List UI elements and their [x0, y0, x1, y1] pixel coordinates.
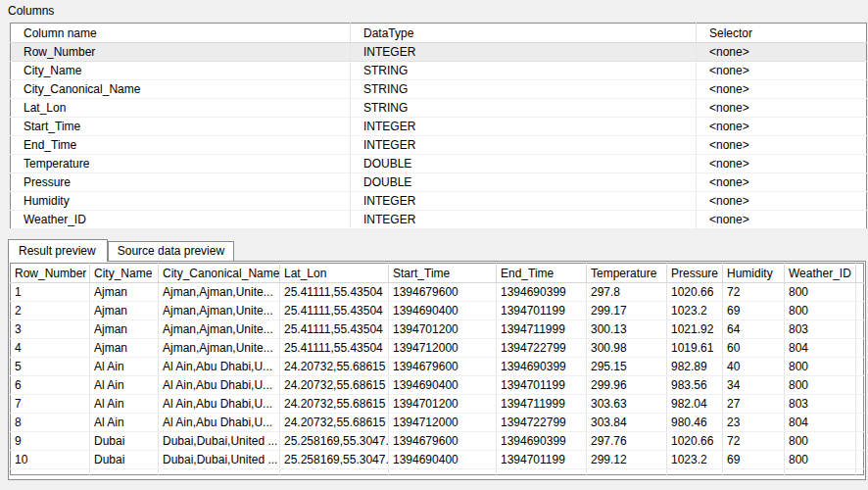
- preview-cell: 800: [785, 376, 856, 395]
- preview-cell: 299.96: [587, 376, 667, 395]
- preview-data-row[interactable]: 1AjmanAjman,Ajman,Unite...25.41111,55.43…: [11, 283, 864, 302]
- preview-col-header[interactable]: End_Time: [497, 264, 587, 283]
- preview-cell: 1394701199: [497, 302, 587, 320]
- preview-data-row[interactable]: 5Al AinAl Ain,Abu Dhabi,U...24.20732,55.…: [11, 358, 864, 376]
- preview-cell: 25.258169,55.3047...: [280, 432, 389, 451]
- preview-cell: 40: [723, 358, 785, 376]
- preview-cell: 69: [723, 302, 785, 320]
- preview-cell: 295.15: [587, 358, 667, 376]
- preview-data-row[interactable]: 8Al AinAl Ain,Abu Dhabi,U...24.20732,55.…: [11, 414, 864, 432]
- preview-data-row[interactable]: 2AjmanAjman,Ajman,Unite...25.41111,55.43…: [11, 302, 864, 320]
- preview-cell-filler: [723, 469, 785, 475]
- columns-header-name[interactable]: Column name: [11, 24, 351, 43]
- preview-cell: 1020.66: [667, 432, 723, 451]
- preview-cell: 1020.66: [667, 283, 723, 302]
- selector-cell[interactable]: <none>: [697, 80, 867, 99]
- preview-col-header[interactable]: Lat_Lon: [280, 264, 389, 283]
- selector-cell[interactable]: <none>: [697, 99, 867, 118]
- column-def-row[interactable]: End_TimeINTEGER<none>: [11, 136, 867, 155]
- preview-cell: 1394701199: [497, 451, 587, 469]
- preview-cell-filler: [90, 469, 159, 475]
- selector-cell[interactable]: <none>: [697, 173, 867, 192]
- preview-cell: 800: [785, 451, 856, 469]
- preview-cell-filler: [856, 451, 864, 469]
- preview-cell: 7: [11, 395, 90, 414]
- preview-cell: 8: [11, 414, 90, 432]
- datatype-cell: INTEGER: [351, 43, 697, 62]
- preview-data-row[interactable]: 6Al AinAl Ain,Abu Dhabi,U...24.20732,55.…: [11, 376, 864, 395]
- column-def-row[interactable]: PressureDOUBLE<none>: [11, 173, 867, 192]
- column-def-row[interactable]: Weather_IDINTEGER<none>: [11, 211, 867, 229]
- preview-cell: Ajman: [90, 283, 159, 302]
- columns-header-datatype[interactable]: DataType: [351, 24, 697, 43]
- selector-cell[interactable]: <none>: [697, 43, 867, 62]
- datatype-cell: DOUBLE: [351, 155, 697, 173]
- preview-col-header[interactable]: Pressure: [667, 264, 723, 283]
- columns-header-selector[interactable]: Selector: [697, 24, 867, 43]
- preview-cell: 25.258169,55.3047...: [280, 451, 389, 469]
- preview-data-row[interactable]: 4AjmanAjman,Ajman,Unite...25.41111,55.43…: [11, 339, 864, 358]
- preview-data-row[interactable]: 9DubaiDubai,Dubai,United ...25.258169,55…: [11, 432, 864, 451]
- column-def-row[interactable]: Lat_LonSTRING<none>: [11, 99, 867, 118]
- column-def-row[interactable]: Row_NumberINTEGER<none>: [11, 43, 867, 62]
- preview-cell: Al Ain,Abu Dhabi,U...: [159, 358, 280, 376]
- preview-col-header[interactable]: Row_Number: [11, 264, 90, 283]
- preview-cell: 982.89: [667, 358, 723, 376]
- preview-cell: 297.8: [587, 283, 667, 302]
- preview-cell-filler: [159, 469, 280, 475]
- tab-result-preview[interactable]: Result preview: [8, 239, 108, 262]
- preview-cell: 1394701200: [389, 320, 497, 339]
- tab-source-data-preview[interactable]: Source data preview: [108, 241, 234, 261]
- preview-cell-filler: [856, 302, 864, 320]
- preview-col-header[interactable]: Temperature: [587, 264, 667, 283]
- preview-cell: 1394690399: [497, 283, 587, 302]
- columns-table-header-row: Column name DataType Selector: [11, 24, 867, 43]
- column-def-row[interactable]: City_Canonical_NameSTRING<none>: [11, 80, 867, 99]
- preview-cell: 1394679600: [389, 432, 497, 451]
- preview-cell: 24.20732,55.68615: [280, 376, 389, 395]
- preview-cell: 297.76: [587, 432, 667, 451]
- datatype-cell: DOUBLE: [351, 173, 697, 192]
- preview-col-header[interactable]: Start_Time: [389, 264, 497, 283]
- preview-cell: Dubai: [90, 432, 159, 451]
- preview-col-header[interactable]: City_Name: [90, 264, 159, 283]
- preview-cell: 60: [723, 339, 785, 358]
- selector-cell[interactable]: <none>: [697, 155, 867, 173]
- column-def-row[interactable]: City_NameSTRING<none>: [11, 62, 867, 80]
- preview-cell: Dubai: [90, 451, 159, 469]
- preview-col-header[interactable]: Humidity: [723, 264, 785, 283]
- preview-table: Row_NumberCity_NameCity_Canonical_NameLa…: [10, 263, 864, 475]
- selector-cell[interactable]: <none>: [697, 192, 867, 211]
- preview-cell: 800: [785, 358, 856, 376]
- preview-data-row[interactable]: 10DubaiDubai,Dubai,United ...25.258169,5…: [11, 451, 864, 469]
- preview-col-header[interactable]: Weather_ID: [785, 264, 856, 283]
- preview-cell: 4: [11, 339, 90, 358]
- preview-data-row[interactable]: 3AjmanAjman,Ajman,Unite...25.41111,55.43…: [11, 320, 864, 339]
- preview-cell: Ajman: [90, 302, 159, 320]
- preview-cell: 1023.2: [667, 302, 723, 320]
- preview-cell-filler: [856, 358, 864, 376]
- datatype-cell: INTEGER: [351, 118, 697, 136]
- datatype-cell: INTEGER: [351, 136, 697, 155]
- selector-cell[interactable]: <none>: [697, 62, 867, 80]
- preview-data-row[interactable]: 7Al AinAl Ain,Abu Dhabi,U...24.20732,55.…: [11, 395, 864, 414]
- preview-cell: 800: [785, 283, 856, 302]
- selector-cell[interactable]: <none>: [697, 118, 867, 136]
- preview-cell: 1394712000: [389, 339, 497, 358]
- column-name-cell: City_Name: [11, 62, 351, 80]
- column-def-row[interactable]: TemperatureDOUBLE<none>: [11, 155, 867, 173]
- preview-cell: 34: [723, 376, 785, 395]
- preview-cell: 1023.2: [667, 451, 723, 469]
- preview-col-header[interactable]: City_Canonical_Name: [159, 264, 280, 283]
- column-def-row[interactable]: Start_TimeINTEGER<none>: [11, 118, 867, 136]
- column-def-row[interactable]: HumidityINTEGER<none>: [11, 192, 867, 211]
- selector-cell[interactable]: <none>: [697, 211, 867, 229]
- datatype-cell: INTEGER: [351, 192, 697, 211]
- selector-cell[interactable]: <none>: [697, 136, 867, 155]
- preview-cell: Al Ain,Abu Dhabi,U...: [159, 376, 280, 395]
- preview-cell-filler: [587, 469, 667, 475]
- preview-cell: 300.13: [587, 320, 667, 339]
- preview-cell-filler: [856, 432, 864, 451]
- preview-cell: 25.41111,55.43504: [280, 339, 389, 358]
- preview-cell: 1394679600: [389, 358, 497, 376]
